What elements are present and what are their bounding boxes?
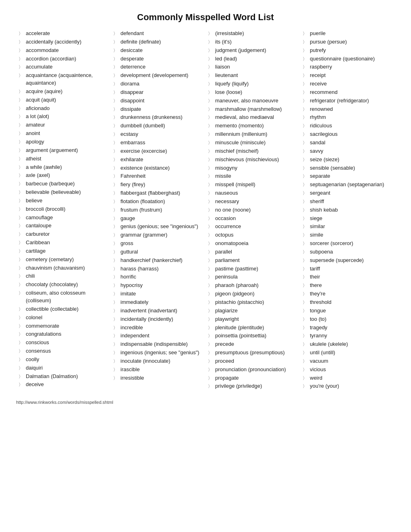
- word-label: grammar (grammer): [120, 231, 203, 239]
- chevron-icon: 〉: [113, 224, 119, 230]
- word-label: apology: [26, 138, 108, 146]
- word-label: pigeon (pidgeon): [215, 290, 298, 298]
- word-label: renowned: [310, 106, 392, 113]
- word-label: flabbergast (flabberghast): [120, 189, 203, 197]
- chevron-icon: 〉: [303, 350, 308, 356]
- word-label: vacuum: [310, 357, 392, 365]
- word-label: accordion (accordian): [26, 55, 108, 63]
- chevron-icon: 〉: [303, 232, 308, 239]
- chevron-icon: 〉: [19, 248, 24, 255]
- list-item: 〉disappoint: [113, 97, 203, 105]
- list-item: 〉necessary: [208, 198, 298, 206]
- word-label: separate: [310, 172, 392, 180]
- list-item: 〉no one (noone): [208, 206, 298, 214]
- word-label: accommodate: [26, 47, 108, 54]
- chevron-icon: 〉: [208, 258, 214, 264]
- word-label: threshold: [310, 299, 392, 306]
- word-label: aficionado: [26, 105, 108, 112]
- list-item: 〉carburetor: [19, 231, 108, 238]
- word-label: defendant: [120, 30, 203, 37]
- chevron-icon: 〉: [303, 283, 308, 289]
- list-item: 〉camouflage: [19, 214, 108, 222]
- list-item: 〉ingenious (ingenius; see "genius"): [113, 349, 203, 357]
- list-item: 〉plagiarize: [208, 307, 298, 315]
- list-item: 〉their: [303, 273, 392, 281]
- word-label: judgment (judgement): [215, 47, 298, 54]
- word-label: onomatopoeia: [215, 240, 298, 247]
- chevron-icon: 〉: [208, 299, 214, 306]
- list-item: 〉chocolaty (chocolatey): [19, 281, 108, 289]
- chevron-icon: 〉: [113, 232, 119, 239]
- chevron-icon: 〉: [303, 207, 308, 214]
- word-label: missile: [215, 172, 298, 180]
- word-label: you're (your): [310, 382, 392, 390]
- word-label: pharaoh (pharoah): [215, 282, 298, 289]
- word-label: guttural: [120, 248, 203, 256]
- chevron-icon: 〉: [208, 375, 214, 382]
- chevron-icon: 〉: [113, 98, 119, 104]
- list-item: 〉dissipate: [113, 106, 203, 113]
- word-label: argument (arguement): [26, 147, 108, 154]
- list-item: 〉pigeon (pidgeon): [208, 290, 298, 298]
- chevron-icon: 〉: [208, 48, 214, 54]
- word-label: sacrilegious: [310, 131, 392, 138]
- chevron-icon: 〉: [303, 31, 308, 37]
- chevron-icon: 〉: [208, 249, 214, 256]
- chevron-icon: 〉: [303, 333, 308, 339]
- list-item: 〉chauvinism (chauvanism): [19, 264, 108, 272]
- chevron-icon: 〉: [303, 148, 308, 155]
- word-label: necessary: [215, 198, 298, 206]
- list-item: 〉memento (momento): [208, 122, 298, 130]
- chevron-icon: 〉: [303, 274, 308, 281]
- list-item: 〉putrefy: [303, 47, 392, 54]
- word-label: Dalmatian (Dalmation): [26, 373, 108, 380]
- list-item: 〉drunkenness (drunkeness): [113, 114, 203, 121]
- list-item: 〉similar: [303, 223, 392, 231]
- list-item: 〉siege: [303, 215, 392, 222]
- word-label: tyranny: [310, 332, 392, 340]
- word-label: receipt: [310, 72, 392, 79]
- chevron-icon: 〉: [113, 173, 119, 180]
- chevron-icon: 〉: [208, 39, 214, 46]
- word-label: axle (axel): [26, 172, 108, 179]
- word-label: ingenious (ingenius; see "genius"): [120, 349, 203, 357]
- chevron-icon: 〉: [19, 64, 24, 71]
- chevron-icon: 〉: [303, 73, 308, 79]
- list-item: 〉indispensable (indispensible): [113, 341, 203, 348]
- word-label: until (untill): [310, 349, 392, 357]
- chevron-icon: 〉: [303, 182, 308, 188]
- list-item: 〉accommodate: [19, 47, 108, 54]
- word-label: colonel: [26, 314, 108, 322]
- list-item: 〉subpoena: [303, 248, 392, 256]
- chevron-icon: 〉: [113, 358, 119, 365]
- word-label: pronunciation (pronounciation): [215, 366, 298, 374]
- chevron-icon: 〉: [208, 73, 214, 79]
- word-label: incredible: [120, 324, 203, 332]
- chevron-icon: 〉: [19, 148, 24, 154]
- list-item: 〉tongue: [303, 307, 392, 315]
- chevron-icon: 〉: [19, 223, 24, 229]
- list-item: 〉frustum (frustrum): [113, 206, 203, 214]
- word-label: tragedy: [310, 324, 392, 332]
- word-label: refrigerator (refridgerator): [310, 97, 392, 105]
- word-label: their: [310, 273, 392, 281]
- chevron-icon: 〉: [113, 106, 119, 113]
- word-label: handkerchief (hankerchief): [120, 257, 203, 264]
- chevron-icon: 〉: [19, 340, 24, 346]
- list-item: 〉seize (sieze): [303, 156, 392, 164]
- list-item: 〉apology: [19, 138, 108, 146]
- list-item: 〉desperate: [113, 55, 203, 63]
- column-1: 〉accelerate〉accidentally (accidently)〉ac…: [16, 30, 111, 391]
- chevron-icon: 〉: [208, 241, 214, 247]
- chevron-icon: 〉: [19, 114, 24, 120]
- word-label: septuagenarian (septagenarian): [310, 181, 392, 189]
- word-label: memento (momento): [215, 122, 298, 130]
- list-item: 〉recommend: [303, 89, 392, 96]
- chevron-icon: 〉: [303, 199, 308, 205]
- list-item: 〉pursue (persue): [303, 38, 392, 46]
- chevron-icon: 〉: [113, 148, 119, 155]
- list-item: 〉inoculate (innoculate): [113, 357, 203, 365]
- list-item: 〉cartilage: [19, 247, 108, 255]
- chevron-icon: 〉: [113, 367, 119, 373]
- chevron-icon: 〉: [113, 291, 119, 297]
